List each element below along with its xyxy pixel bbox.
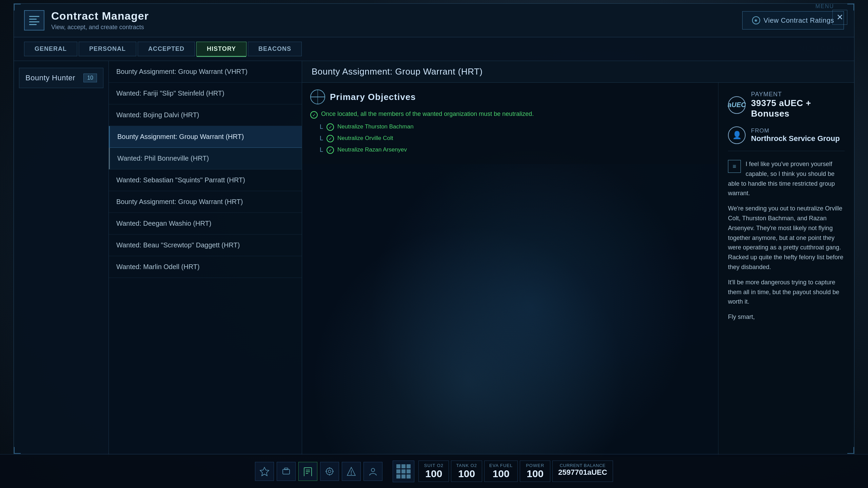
tank-o2-value: 100 bbox=[456, 468, 477, 480]
l-connector-1: L bbox=[320, 123, 323, 130]
hud-icon-6[interactable] bbox=[363, 462, 382, 481]
main-objective-text: Once located, all the members of the wan… bbox=[321, 110, 534, 118]
tank-o2-label: TANK O2 bbox=[456, 463, 477, 468]
detail-title: Bounty Assignment: Group Warrant (HRT) bbox=[312, 66, 845, 77]
sub-objective-text-3: Neutralize Razan Arsenyev bbox=[337, 146, 407, 153]
desc-para-4: Fly smart, bbox=[728, 312, 845, 322]
grid-cell-2 bbox=[401, 464, 406, 468]
from-row: 👤 From Northrock Service Group bbox=[728, 126, 845, 151]
desc-para-2: We're sending you out to neutralize Orvi… bbox=[728, 204, 845, 272]
sub-objective-text-2: Neutralize Orville Colt bbox=[337, 135, 393, 142]
grid-cell-1 bbox=[396, 464, 400, 468]
hud-stat-tank-o2: TANK O2 100 bbox=[451, 461, 482, 482]
hud-stats-group: SUIT O2 100 TANK O2 100 EVA FUEL 100 POW… bbox=[418, 461, 613, 482]
hud-icon-4[interactable] bbox=[320, 462, 339, 481]
tab-personal[interactable]: PERSONAL bbox=[79, 42, 136, 56]
eva-fuel-label: EVA FUEL bbox=[489, 463, 513, 468]
hud-stat-power: POWER 100 bbox=[520, 461, 550, 482]
payment-row: aUEC Payment 39375 aUEC + Bonuses bbox=[728, 91, 845, 119]
globe-icon bbox=[310, 89, 325, 104]
bounty-hunter-category[interactable]: Bounty Hunter 10 bbox=[19, 68, 103, 88]
hud-balance: CURRENT BALANCE 2597701aUEC bbox=[552, 461, 613, 482]
hud-icons-group bbox=[255, 462, 382, 481]
sub-objective-3: L ✓ Neutralize Razan Arsenyev bbox=[318, 146, 710, 154]
hud-stat-suit-o2: SUIT O2 100 bbox=[418, 461, 449, 482]
main-content: Bounty Hunter 10 Bounty Assignment: Grou… bbox=[14, 61, 854, 457]
svg-point-15 bbox=[351, 473, 352, 474]
svg-rect-1 bbox=[283, 469, 290, 474]
contract-item-8[interactable]: Wanted: Deegan Washio (HRT) bbox=[109, 213, 302, 235]
contract-list: Bounty Assignment: Group Warrant (VHRT) … bbox=[109, 61, 302, 457]
grid-cell-8 bbox=[401, 474, 406, 479]
grid-cell-9 bbox=[407, 474, 411, 479]
tab-beacons[interactable]: BEACONS bbox=[248, 42, 302, 56]
view-ratings-button[interactable]: ★ View Contract Ratings bbox=[742, 11, 844, 29]
hud-icon-3[interactable] bbox=[298, 462, 317, 481]
check-icon-1: ✓ bbox=[327, 123, 334, 131]
corner-tr bbox=[847, 4, 854, 11]
l-connector-3: L bbox=[320, 146, 323, 154]
payment-value: 39375 aUEC + Bonuses bbox=[751, 98, 845, 119]
objectives-title-row: Primary Objectives bbox=[310, 89, 710, 104]
menu-label: MENU bbox=[815, 3, 834, 9]
detail-header: Bounty Assignment: Group Warrant (HRT) bbox=[302, 61, 854, 83]
category-label: Bounty Hunter bbox=[25, 74, 75, 82]
contract-item-3[interactable]: Wanted: Bojing Dalvi (HRT) bbox=[109, 104, 302, 126]
close-button[interactable]: ✕ bbox=[832, 10, 847, 25]
tab-history[interactable]: HISTORY bbox=[196, 42, 246, 56]
tabs-bar: GENERAL PERSONAL ACCEPTED HISTORY BEACON… bbox=[14, 37, 854, 61]
contract-detail-panel: Bounty Assignment: Group Warrant (HRT) P… bbox=[302, 61, 854, 457]
payment-label: Payment bbox=[751, 91, 845, 98]
person-icon: 👤 bbox=[728, 126, 746, 144]
panel-title: Contract Manager bbox=[51, 10, 742, 22]
logo-line-1 bbox=[29, 16, 39, 17]
detail-body: Primary Objectives ✓ Once located, all t… bbox=[302, 83, 854, 457]
contract-item-7[interactable]: Bounty Assignment: Group Warrant (HRT) bbox=[109, 191, 302, 213]
power-label: POWER bbox=[525, 463, 545, 468]
description-icon: ≡ bbox=[728, 160, 741, 173]
contract-item-2[interactable]: Wanted: Fariji "Slip" Steinfeld (HRT) bbox=[109, 83, 302, 104]
contract-manager-panel: Contract Manager View, accept, and creat… bbox=[14, 3, 854, 454]
contract-item-10[interactable]: Wanted: Marlin Odell (HRT) bbox=[109, 256, 302, 278]
category-badge: 10 bbox=[83, 74, 97, 82]
from-info: From Northrock Service Group bbox=[751, 127, 840, 143]
svg-point-7 bbox=[326, 468, 333, 475]
tab-accepted[interactable]: ACCEPTED bbox=[138, 42, 195, 56]
star-icon: ★ bbox=[752, 16, 760, 24]
grid-cell-4 bbox=[396, 469, 400, 473]
description-area: ≡ I feel like you've proven yourself cap… bbox=[728, 159, 845, 322]
contract-item-6[interactable]: Wanted: Sebastian "Squints" Parratt (HRT… bbox=[109, 169, 302, 191]
description-text: I feel like you've proven yourself capab… bbox=[728, 159, 845, 322]
svg-marker-0 bbox=[260, 467, 269, 476]
objectives-title-text: Primary Objectives bbox=[330, 92, 416, 102]
hud-icon-5[interactable] bbox=[342, 462, 361, 481]
hud-icon-2[interactable] bbox=[277, 462, 296, 481]
hud-icon-1[interactable] bbox=[255, 462, 274, 481]
contract-item-4[interactable]: Bounty Assignment: Group Warrant (HRT) bbox=[109, 126, 302, 148]
balance-value: 2597701aUEC bbox=[558, 468, 607, 477]
panel-header: Contract Manager View, accept, and creat… bbox=[14, 4, 854, 37]
corner-br bbox=[847, 447, 854, 454]
from-value: Northrock Service Group bbox=[751, 134, 840, 143]
hud-grid-button[interactable] bbox=[393, 461, 414, 482]
view-ratings-label: View Contract Ratings bbox=[764, 17, 834, 24]
tab-general[interactable]: GENERAL bbox=[24, 42, 77, 56]
check-icon-3: ✓ bbox=[327, 146, 334, 154]
grid-icon bbox=[396, 464, 411, 479]
suit-o2-value: 100 bbox=[423, 468, 444, 480]
grid-cell-6 bbox=[407, 469, 411, 473]
logo-line-3 bbox=[29, 21, 39, 22]
contract-item-9[interactable]: Wanted: Beau "Screwtop" Daggett (HRT) bbox=[109, 235, 302, 256]
contract-item-1[interactable]: Bounty Assignment: Group Warrant (VHRT) bbox=[109, 61, 302, 83]
category-sidebar: Bounty Hunter 10 bbox=[14, 61, 109, 457]
payment-info: Payment 39375 aUEC + Bonuses bbox=[751, 91, 845, 119]
contract-manager-logo bbox=[24, 10, 44, 30]
main-objective-row: ✓ Once located, all the members of the w… bbox=[310, 110, 710, 119]
panel-subtitle: View, accept, and create contracts bbox=[51, 24, 742, 31]
svg-point-16 bbox=[371, 468, 375, 472]
l-connector-2: L bbox=[320, 135, 323, 142]
contract-item-5[interactable]: Wanted: Phil Bonneville (HRT) bbox=[109, 148, 302, 169]
title-group: Contract Manager View, accept, and creat… bbox=[51, 10, 742, 31]
svg-point-8 bbox=[328, 470, 331, 473]
sub-objective-1: L ✓ Neutralize Thurston Bachman bbox=[318, 123, 710, 131]
